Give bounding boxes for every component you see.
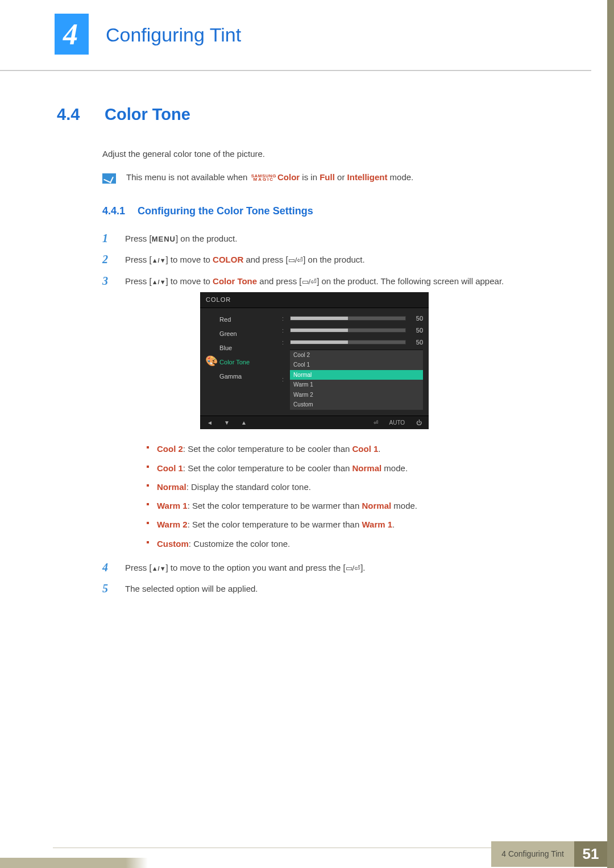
osd-btn-auto: AUTO — [389, 418, 405, 427]
bl: Cool 1 — [157, 463, 183, 473]
page-content: 4.4 Color Tone Adjust the general color … — [0, 71, 614, 595]
t: and press [ — [257, 276, 301, 286]
note-intelligent: Intelligent — [347, 172, 388, 182]
osd-row-blue: :50 — [282, 337, 423, 348]
bullet-warm2: Warm 2: Set the color temperature to be … — [147, 515, 504, 534]
c: : — [282, 338, 285, 347]
section-title: Color Tone — [105, 105, 190, 124]
palette-icon: 🎨 — [204, 313, 219, 411]
chapter-header: 4 Configuring Tint — [0, 0, 591, 71]
subsection-title: Configuring the Color Tone Settings — [138, 205, 313, 217]
subsection-number: 4.4.1 — [102, 205, 130, 217]
btail: . — [392, 520, 395, 529]
osd-screenshot: COLOR 🎨 Red Green Blue Color Tone Gamma — [125, 292, 504, 430]
note-icon — [102, 173, 116, 184]
osd-btn-left-icon: ◄ — [207, 418, 213, 427]
subsection-heading: 4.4.1 Configuring the Color Tone Setting… — [102, 205, 563, 217]
osd-option-custom: Custom — [290, 400, 423, 410]
osd-option-normal: Normal — [290, 370, 423, 380]
step-text: Press [MENU] on the product. — [125, 232, 237, 245]
osd-nav-buttons: ◄ ▼ ▲ — [207, 418, 247, 427]
page-right-stripe — [607, 0, 614, 868]
step-text: Press [▲/▼] to move to COLOR and press [… — [125, 253, 365, 266]
osd-option-cool1: Cool 1 — [290, 360, 423, 370]
t: ]. — [360, 563, 365, 572]
slider — [290, 328, 406, 333]
menu-key: MENU — [152, 235, 176, 243]
step-3: 3 Press [▲/▼] to move to Color Tone and … — [102, 275, 563, 553]
c: : — [282, 375, 285, 384]
osd-value-red: 50 — [410, 314, 423, 323]
bullet-custom: Custom: Customize the color tone. — [147, 534, 504, 553]
bullets-list: Cool 2: Set the color temperature to be … — [147, 439, 504, 553]
btail: mode. — [391, 501, 417, 510]
slider — [290, 316, 406, 321]
footer-label: 4 Configuring Tint — [491, 841, 574, 867]
step-text: Press [▲/▼] to move to Color Tone and pr… — [125, 275, 504, 553]
note-mid: is in — [300, 172, 320, 182]
bt: : Set the color temperature to be cooler… — [183, 444, 352, 454]
osd-row-green: :50 — [282, 325, 423, 337]
slider-fill — [291, 340, 348, 344]
section-number: 4.4 — [57, 105, 90, 124]
t: ] to move to — [166, 276, 213, 286]
osd-body: 🎨 Red Green Blue Color Tone Gamma :50 :5… — [200, 308, 429, 416]
chapter-number-badge: 4 — [55, 14, 89, 55]
note-post: mode. — [387, 172, 413, 182]
bullet-cool2: Cool 2: Set the color temperature to be … — [147, 439, 504, 458]
bt: : Set the color temperature to be cooler… — [183, 463, 352, 473]
t: ] to move to the option you want and pre… — [166, 563, 346, 572]
note-text: This menu is not available when SAMSUNGM… — [126, 172, 413, 182]
enter-buttons-icon: ▭/⏎ — [346, 564, 361, 572]
osd-btn-power-icon: ⏻ — [416, 418, 422, 427]
note-full: Full — [320, 172, 335, 182]
osd-label-green: Green — [219, 327, 282, 341]
arrow-keys-icon: ▲/▼ — [152, 278, 166, 285]
osd-options-list: Cool 2 Cool 1 Normal Warm 1 Warm 2 Custo… — [290, 350, 423, 410]
t: Press [ — [125, 563, 152, 572]
note-pre: This menu is not available when — [126, 172, 250, 182]
osd-row-red: :50 — [282, 313, 423, 325]
osd-label-gamma: Gamma — [219, 369, 282, 384]
steps-list: 1 Press [MENU] on the product. 2 Press [… — [102, 232, 563, 595]
step-1: 1 Press [MENU] on the product. — [102, 232, 563, 245]
t: ] on the product. The following screen w… — [317, 276, 504, 286]
note-or: or — [335, 172, 347, 182]
osd-right-buttons: ⏎ AUTO ⏻ — [374, 418, 422, 427]
step-2: 2 Press [▲/▼] to move to COLOR and press… — [102, 253, 563, 266]
br: Normal — [362, 501, 391, 510]
bt: : Display the standard color tone. — [186, 482, 311, 492]
t: Press [ — [125, 255, 152, 264]
bl: Cool 2 — [157, 444, 183, 454]
bt: : Set the color temperature to be warmer… — [188, 501, 362, 510]
osd-labels: Red Green Blue Color Tone Gamma — [219, 313, 282, 411]
osd-value-green: 50 — [410, 326, 423, 335]
slider-fill — [291, 329, 348, 332]
osd-bottom-bar: ◄ ▼ ▲ ⏎ AUTO ⏻ — [200, 416, 429, 430]
note-color-word: Color — [277, 172, 300, 182]
step-number: 1 — [102, 232, 113, 244]
enter-buttons-icon: ▭/⏎ — [288, 256, 304, 264]
footer-left-stripe — [0, 858, 148, 868]
osd-row-ct: : Cool 2 Cool 1 Normal Warm 1 Warm 2 Cus… — [282, 348, 423, 411]
osd-values: :50 :50 :50 : Cool 2 Cool 1 Normal Warm … — [282, 313, 423, 411]
osd-label-color-tone: Color Tone — [219, 355, 282, 369]
footer-page-number: 51 — [574, 841, 607, 867]
t: Press [ — [125, 234, 152, 243]
osd-title: COLOR — [200, 292, 429, 308]
osd-btn-enter-icon: ⏎ — [374, 418, 378, 427]
bt: : Set the color temperature to be warmer… — [188, 520, 362, 529]
enter-buttons-icon: ▭/⏎ — [302, 277, 317, 285]
step-text: The selected option will be applied. — [125, 582, 258, 595]
magic-bot: MAGIC — [251, 178, 276, 181]
btail: mode. — [381, 463, 408, 473]
bullet-warm1: Warm 1: Set the color temperature to be … — [147, 496, 504, 515]
bl: Warm 2 — [157, 520, 188, 529]
samsung-magic-logo: SAMSUNGMAGIC — [251, 175, 276, 182]
br: Warm 1 — [362, 520, 392, 529]
osd-option-warm2: Warm 2 — [290, 390, 423, 400]
step-5: 5 The selected option will be applied. — [102, 582, 563, 595]
osd-btn-down-icon: ▼ — [224, 418, 230, 427]
note-row: This menu is not available when SAMSUNGM… — [102, 172, 563, 184]
color-keyword: COLOR — [213, 255, 243, 264]
